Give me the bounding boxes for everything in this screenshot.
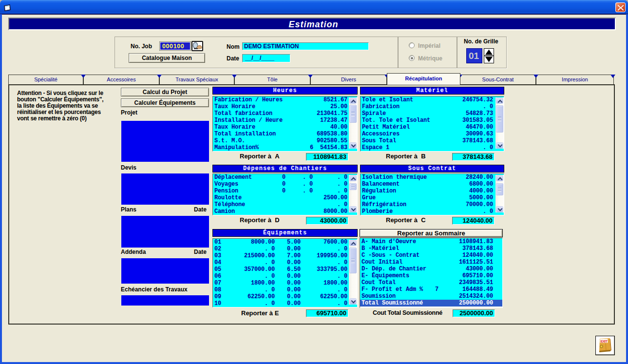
- svg-text:EXIT: EXIT: [601, 339, 608, 344]
